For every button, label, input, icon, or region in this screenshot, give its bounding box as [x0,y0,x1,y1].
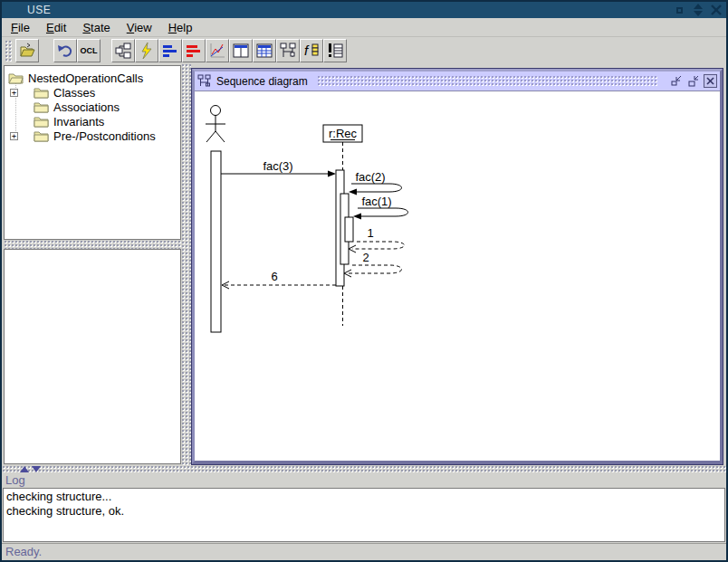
evaluate-flash-button[interactable] [135,39,158,62]
window-titlebar[interactable]: USE [2,2,726,18]
log-line: checking structure, ok. [6,504,722,519]
maximize-icon[interactable] [692,4,704,16]
toolbar: OCL [2,37,726,63]
tree-item-root[interactable]: NestedOperationCalls [5,71,180,85]
ocl-button[interactable]: OCL [77,39,101,62]
model-tree-panel: NestedOperationCalls + Classes [4,65,181,240]
class-diagram-icon [114,42,132,60]
actor-activation-bar [211,151,221,332]
open-file-button[interactable] [15,39,39,62]
tree-item-label: Invariants [53,115,104,129]
svg-text:fac(2): fac(2) [355,170,385,184]
folder-icon [34,130,49,142]
message-fac1: fac(1) [353,195,408,220]
menu-file[interactable]: File [9,20,32,35]
inner-maximize-icon[interactable] [686,74,701,89]
tree-item-prepostconditions[interactable]: + Pre-/Postconditions [5,129,180,143]
lightning-icon [138,42,156,60]
menu-state[interactable]: State [81,20,111,35]
svg-text:f: f [304,43,310,58]
detail-panel [4,249,181,464]
red-bars-icon [185,42,203,60]
sequence-diagram-window-icon [197,74,212,88]
actor-figure [206,106,225,143]
log-output[interactable]: checking structure... checking structure… [3,488,725,542]
sequence-diagram-window: Sequence diagram [192,69,723,464]
chart-icon [208,42,226,60]
function-table-button[interactable]: f [300,39,323,62]
tree-item-associations[interactable]: Associations [5,100,180,114]
inner-window-title: Sequence diagram [216,75,308,88]
folder-icon [8,72,24,84]
folder-icon [34,87,49,99]
log-line: checking structure... [6,490,722,504]
undo-icon [56,42,74,60]
log-panel: Log checking structure... checking struc… [2,473,726,543]
activation-bar-3 [345,217,353,242]
command-list-button[interactable] [323,39,347,62]
close-icon[interactable] [710,4,723,16]
tree-expander-icon[interactable]: + [10,132,18,140]
svg-text:1: 1 [367,226,373,240]
tree-item-label: NestedOperationCalls [28,71,143,85]
log-panel-title: Log [2,473,726,488]
svg-text:fac(1): fac(1) [361,195,391,208]
blue-bars-icon [161,42,179,60]
splitter-collapse-down-icon[interactable] [32,466,41,472]
return-2: 2 [344,251,402,277]
inner-minimize-icon[interactable] [669,74,684,89]
toolbar-drag-handle[interactable] [5,40,12,62]
class-diagram-button[interactable] [111,39,135,62]
object-label: r:Rec [329,127,358,140]
blue-bars-button[interactable] [158,39,182,62]
tree-item-label: Classes [53,86,95,100]
left-horizontal-splitter[interactable] [4,240,181,249]
return-1: 1 [349,226,405,252]
tree-expander-icon[interactable]: + [10,89,18,97]
tree-item-label: Associations [53,100,120,114]
open-folder-icon [18,42,36,60]
columns-icon [232,42,250,60]
sequence-diagram: r:Rec fac(3) [198,94,705,461]
sequence-diagram-button[interactable] [276,39,300,62]
vertical-splitter[interactable] [181,63,191,465]
status-bar: Ready. [2,543,726,560]
window-title: USE [27,4,51,16]
menu-help[interactable]: Help [167,20,195,35]
menu-view[interactable]: View [125,20,154,35]
folder-icon [34,101,49,113]
tree-item-invariants[interactable]: Invariants [5,114,180,129]
desktop-pane: Sequence diagram [191,63,726,465]
undo-button[interactable] [53,39,77,62]
menu-edit[interactable]: Edit [44,20,68,35]
folder-icon [34,116,49,128]
minimize-icon[interactable] [674,4,686,16]
table-icon [255,42,273,60]
table-view-button[interactable] [253,39,276,62]
menu-bar: File Edit State View Help [2,18,726,37]
splitter-collapse-up-icon[interactable] [20,466,29,472]
tree-item-label: Pre-/Postconditions [53,129,156,143]
exclamation-table-icon [326,42,344,60]
return-6: 6 [222,270,336,289]
log-splitter[interactable] [2,465,726,473]
app-window: USE File Edit State View Help [0,0,728,562]
statistics-chart-button[interactable] [206,39,229,62]
svg-text:2: 2 [362,251,369,264]
svg-text:6: 6 [271,270,277,283]
message-fac3: fac(3) [221,159,336,177]
inner-window-titlebar[interactable]: Sequence diagram [195,71,720,90]
function-table-icon: f [302,42,321,60]
sequence-diagram-canvas[interactable]: r:Rec fac(3) [195,90,720,461]
sequence-diagram-icon [279,42,297,60]
tree-item-classes[interactable]: + Classes [5,85,180,100]
class-browser-button[interactable] [229,39,253,62]
inner-close-icon[interactable] [704,74,717,88]
red-bars-button[interactable] [182,39,206,62]
svg-text:fac(3): fac(3) [263,159,292,173]
message-fac2: fac(2) [349,170,402,195]
